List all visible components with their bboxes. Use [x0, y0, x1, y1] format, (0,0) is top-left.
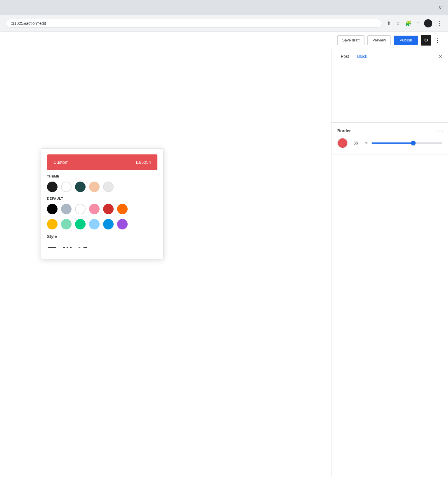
dotted-line-icon [79, 247, 87, 248]
border-controls: 36 PX [337, 138, 442, 148]
sidebar-empty-section [331, 64, 448, 123]
default-swatches-2 [47, 219, 157, 229]
chevron-down-icon[interactable]: ∨ [438, 4, 442, 11]
theme-swatch-peach[interactable] [89, 182, 100, 192]
hex-value: E65054 [136, 160, 151, 165]
style-dashed[interactable] [62, 242, 73, 253]
default-swatches [47, 204, 157, 214]
more-options-icon[interactable]: ⋮ [437, 20, 442, 27]
theme-swatch-black[interactable] [47, 182, 58, 192]
browser-icons: ⬆ ☆ 🧩 ≡ ⋮ [387, 19, 442, 27]
style-section: Style [47, 234, 157, 253]
more-button[interactable]: ⋮ [434, 36, 441, 44]
style-dotted[interactable] [77, 242, 88, 253]
extensions-icon[interactable]: 🧩 [405, 20, 411, 27]
style-solid[interactable] [47, 242, 58, 253]
style-label: Style [47, 234, 157, 239]
dashed-line-icon [63, 247, 72, 248]
default-swatch-vivid-red[interactable] [103, 204, 114, 214]
default-swatch-white[interactable] [75, 204, 86, 214]
default-section-label: DEFAULT [47, 197, 157, 200]
default-swatch-vivid-cyan[interactable] [103, 219, 114, 229]
default-swatch-pale-cyan[interactable] [89, 219, 100, 229]
theme-swatch-light-gray[interactable] [103, 182, 114, 192]
wp-toolbar: Save draft Preview Publish ⚙ ⋮ [0, 32, 448, 49]
theme-swatch-white[interactable] [61, 182, 72, 192]
custom-label: Custom [53, 160, 69, 165]
border-label: Border [337, 128, 442, 133]
border-value: 36 [351, 141, 360, 145]
queue-icon[interactable]: ≡ [416, 20, 419, 26]
star-icon[interactable]: ☆ [396, 20, 400, 27]
default-swatch-light-green[interactable] [61, 219, 72, 229]
sidebar: Post Block × ⋮ Border 36 PX [331, 49, 448, 477]
theme-swatch-dark-teal[interactable] [75, 182, 86, 192]
save-draft-button[interactable]: Save draft [337, 35, 364, 45]
sidebar-tabs: Post Block × [331, 49, 448, 64]
browser-titlebar: ∨ [0, 0, 448, 15]
border-unit: PX [364, 141, 368, 145]
border-color-swatch[interactable] [337, 138, 348, 148]
color-preview-bar[interactable]: Custom E65054 [47, 154, 157, 170]
close-sidebar-button[interactable]: × [439, 53, 442, 60]
sidebar-border-section: ⋮ Border 36 PX [331, 123, 448, 154]
default-swatch-vivid-purple[interactable] [117, 219, 128, 229]
tab-block[interactable]: Block [354, 50, 371, 63]
default-swatch-black[interactable] [47, 204, 58, 214]
default-swatch-vivid-orange[interactable] [117, 204, 128, 214]
browser-address-bar: :31025&action=edit ⬆ ☆ 🧩 ≡ ⋮ [0, 15, 448, 32]
solid-line-icon [48, 247, 56, 248]
section-more-button[interactable]: ⋮ [436, 128, 444, 135]
color-picker-popup: Custom E65054 THEME DEFAULT [41, 148, 164, 259]
style-options [47, 242, 157, 253]
tab-post[interactable]: Post [337, 50, 353, 63]
preview-button[interactable]: Preview [367, 35, 391, 45]
publish-button[interactable]: Publish [394, 36, 418, 45]
default-swatch-pale-pink[interactable] [89, 204, 100, 214]
theme-swatches [47, 182, 157, 192]
theme-section-label: THEME [47, 175, 157, 178]
default-swatch-gray[interactable] [61, 204, 72, 214]
editor-area[interactable]: Custom E65054 THEME DEFAULT [0, 49, 331, 477]
share-icon[interactable]: ⬆ [387, 20, 391, 27]
default-swatch-amber[interactable] [47, 219, 58, 229]
gear-icon: ⚙ [424, 37, 428, 43]
border-slider[interactable] [371, 142, 442, 144]
address-text[interactable]: :31025&action=edit [6, 19, 382, 28]
avatar[interactable] [424, 19, 432, 27]
editor-layout: Custom E65054 THEME DEFAULT [0, 49, 448, 477]
default-swatch-vivid-green[interactable] [75, 219, 86, 229]
settings-button[interactable]: ⚙ [421, 35, 431, 46]
